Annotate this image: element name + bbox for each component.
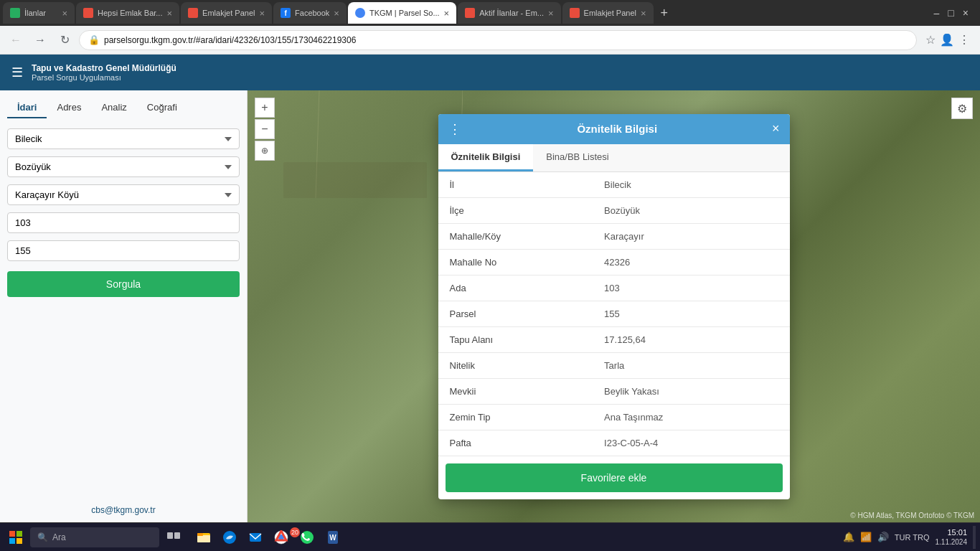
sidebar-tab-idari[interactable]: İdari <box>7 98 47 118</box>
favorilere-ekle-button[interactable]: Favorilere ekle <box>446 463 783 492</box>
tab-label-aktif: Aktif İlanlar - Em... <box>479 9 544 17</box>
dialog-dots-icon[interactable]: ⋮ <box>448 121 463 137</box>
profile-icon[interactable]: 👤 <box>940 33 954 47</box>
tab-close-fb[interactable]: × <box>334 8 339 19</box>
sorgu-button[interactable]: Sorgula <box>7 271 240 297</box>
forward-button[interactable]: → <box>30 30 50 50</box>
dialog-body: İl Bilecik İlçe Bozüyük Mahalle/Köy Kara… <box>438 172 790 456</box>
info-field-value: Bilecik <box>593 172 789 198</box>
parsel-input[interactable] <box>7 240 240 261</box>
info-field-value: 42326 <box>593 249 789 275</box>
network-icon[interactable]: 📶 <box>860 532 872 542</box>
district-select[interactable]: Bozüyük <box>7 156 240 177</box>
info-field-value: Ana Taşınmaz <box>593 404 789 430</box>
sidebar-tab-analiz[interactable]: Analiz <box>91 98 136 118</box>
dialog-tab-bina[interactable]: Bina/BB Listesi <box>533 144 621 171</box>
map-background: + − ⊕ ⚙ emlakjet.com © HGM Atlas, TKGM O… <box>248 90 980 522</box>
new-tab-button[interactable]: + <box>655 6 674 21</box>
back-button[interactable]: ← <box>6 30 26 50</box>
task-view-button[interactable] <box>162 526 185 549</box>
info-field-label: İl <box>438 172 593 198</box>
app-subtitle: Parsel Sorgu Uygulaması <box>32 73 176 82</box>
info-table-row: Pafta I23-C-05-A-4 <box>438 430 790 456</box>
info-field-value: Beylik Yakası <box>593 378 789 404</box>
info-table-row: Mahalle/Köy Karaçayır <box>438 223 790 249</box>
sidebar-tab-adres[interactable]: Adres <box>47 98 91 118</box>
date-display: 1.11.2024 <box>936 537 968 547</box>
info-field-label: Tapu Alanı <box>438 326 593 352</box>
notification-icon[interactable]: 🔔 <box>843 532 854 542</box>
address-bar[interactable]: 🔒 parselsorgu.tkgm.gov.tr/#ara/idari/423… <box>79 30 917 50</box>
info-table-row: Nitelik Tarla <box>438 352 790 378</box>
tab-bar: İlanlar × Hepsi Emlak Bar... × Emlakjet … <box>0 0 980 26</box>
taskbar-clock[interactable]: 15:01 1.11.2024 <box>936 527 968 547</box>
refresh-button[interactable]: ↻ <box>55 30 75 50</box>
bookmark-icon[interactable]: ☆ <box>925 33 936 47</box>
svg-text:W: W <box>329 534 336 542</box>
start-button[interactable] <box>4 526 27 549</box>
info-field-value: I23-C-05-A-4 <box>593 430 789 456</box>
taskbar-search[interactable]: 🔍 Ara <box>30 527 159 547</box>
info-table: İl Bilecik İlçe Bozüyük Mahalle/Köy Kara… <box>438 172 790 456</box>
info-field-value: 103 <box>593 275 789 301</box>
dialog-tabs: Öznitelik Bilgisi Bina/BB Listesi <box>438 144 790 172</box>
taskbar-edge-icon[interactable] <box>218 526 241 549</box>
svg-rect-13 <box>17 531 22 537</box>
taskbar-whatsapp-icon[interactable]: 20 <box>296 526 319 549</box>
ada-input[interactable] <box>7 212 240 233</box>
taskbar-word-icon[interactable]: W <box>321 526 344 549</box>
tab-close-aktif[interactable]: × <box>548 8 554 19</box>
taskbar-explorer-icon[interactable] <box>192 526 215 549</box>
tab-close-ilanlar[interactable]: × <box>62 8 67 19</box>
dialog-close-button[interactable]: × <box>772 121 780 136</box>
taskbar-right: 🔔 📶 🔊 TUR TRQ 15:01 1.11.2024 <box>843 526 976 549</box>
tab-aktif[interactable]: Aktif İlanlar - Em... × <box>458 2 560 24</box>
tab-emlakjet2[interactable]: Emlakjet Panel × <box>562 2 654 24</box>
tab-emlakjet1[interactable]: Emlakjet Panel × <box>181 2 272 24</box>
info-table-row: Ada 103 <box>438 275 790 301</box>
word-icon: W <box>326 530 340 545</box>
info-field-label: Mahalle No <box>438 249 593 275</box>
map-area: + − ⊕ ⚙ emlakjet.com © HGM Atlas, TKGM O… <box>248 90 980 522</box>
app-header: ☰ Tapu ve Kadastro Genel Müdürlüğü Parse… <box>0 55 980 90</box>
minimize-icon[interactable]: – <box>934 7 940 19</box>
neighborhood-select[interactable]: Karaçayır Köyü <box>7 184 240 205</box>
svg-rect-17 <box>174 532 180 539</box>
tab-close-hepsi[interactable]: × <box>166 8 172 19</box>
info-field-value: 17.125,64 <box>593 326 789 352</box>
tab-favicon-hepsi <box>83 8 93 18</box>
close-window-icon[interactable]: × <box>963 7 969 19</box>
taskbar-mail-icon[interactable] <box>244 526 267 549</box>
main-layout: İdari Adres Analiz Coğrafi Bilecik Bozüy… <box>0 90 980 522</box>
search-icon: 🔍 <box>37 532 48 542</box>
tab-close-emlakjet2[interactable]: × <box>641 8 646 19</box>
footer-email-link[interactable]: cbs@tkgm.gov.tr <box>91 505 155 515</box>
sidebar: İdari Adres Analiz Coğrafi Bilecik Bozüy… <box>0 90 248 522</box>
svg-rect-22 <box>250 533 261 542</box>
volume-icon[interactable]: 🔊 <box>877 532 889 542</box>
info-field-label: Mevkii <box>438 378 593 404</box>
show-desktop-button[interactable] <box>973 526 976 549</box>
hamburger-menu-icon[interactable]: ☰ <box>11 65 23 80</box>
tab-hepsi-emlak[interactable]: Hepsi Emlak Bar... × <box>76 2 179 24</box>
info-field-label: Parsel <box>438 301 593 326</box>
tab-favicon-tkgm <box>355 8 365 18</box>
system-tray-icons: 🔔 📶 🔊 <box>843 532 889 542</box>
tab-favicon-emlakjet2 <box>570 8 580 18</box>
tab-close-emlakjet1[interactable]: × <box>259 8 265 19</box>
menu-icon[interactable]: ⋮ <box>958 33 970 47</box>
tab-close-tkgm[interactable]: × <box>444 8 450 19</box>
tab-ilanlar[interactable]: İlanlar × <box>3 2 75 24</box>
dialog-tab-oznitelik[interactable]: Öznitelik Bilgisi <box>438 144 534 171</box>
province-select[interactable]: Bilecik <box>7 128 240 149</box>
tab-tkgm[interactable]: TKGM | Parsel So... × <box>348 2 456 24</box>
sidebar-tab-cografi[interactable]: Coğrafi <box>137 98 187 118</box>
info-field-label: İlçe <box>438 197 593 223</box>
taskbar: 🔍 Ara <box>0 522 980 551</box>
info-field-value: 155 <box>593 301 789 326</box>
whatsapp-icon <box>300 530 314 545</box>
dialog-overlay: ⋮ Öznitelik Bilgisi × Öznitelik Bilgisi … <box>248 90 980 522</box>
tab-facebook[interactable]: f Facebook × <box>273 2 347 24</box>
maximize-icon[interactable]: □ <box>948 7 953 19</box>
taskbar-chrome-icon[interactable] <box>270 526 293 549</box>
